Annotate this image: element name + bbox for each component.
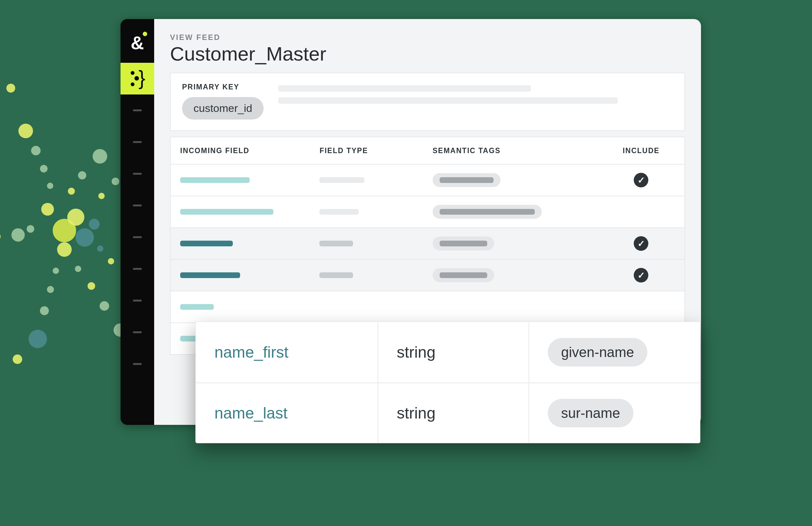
detail-row[interactable]: name_first string given-name bbox=[196, 322, 700, 382]
table-row[interactable] bbox=[171, 195, 684, 227]
tag-chip[interactable] bbox=[433, 236, 494, 250]
dash-icon bbox=[133, 205, 142, 206]
placeholder-line bbox=[278, 97, 618, 104]
branch-icon: } bbox=[130, 70, 145, 88]
primary-key-chip[interactable]: customer_id bbox=[182, 97, 264, 119]
semantic-tag-chip[interactable]: sur-name bbox=[548, 399, 634, 427]
include-check-icon[interactable]: ✓ bbox=[634, 236, 648, 251]
sidebar-item-placeholder[interactable] bbox=[120, 126, 154, 158]
detail-field-type: string bbox=[397, 404, 435, 422]
detail-field-name: name_first bbox=[214, 343, 288, 362]
dash-icon bbox=[133, 363, 142, 365]
table-row[interactable] bbox=[171, 291, 684, 322]
detail-row[interactable]: name_last string sur-name bbox=[196, 382, 700, 443]
sidebar-item-feeds[interactable]: } bbox=[120, 63, 154, 94]
dash-icon bbox=[133, 268, 142, 270]
dash-icon bbox=[133, 109, 142, 111]
field-detail-panel: name_first string given-name name_last s… bbox=[195, 321, 700, 443]
brand-logo-icon: & bbox=[120, 27, 154, 63]
col-incoming-field[interactable]: INCOMING FIELD bbox=[171, 137, 309, 164]
dash-icon bbox=[133, 141, 142, 143]
include-check-icon[interactable]: ✓ bbox=[634, 173, 648, 187]
sidebar: & } bbox=[120, 19, 154, 425]
page-eyebrow: VIEW FEED bbox=[170, 33, 685, 42]
sidebar-item-placeholder[interactable] bbox=[120, 348, 154, 380]
semantic-tag-chip[interactable]: given-name bbox=[548, 338, 647, 366]
placeholder-line bbox=[278, 85, 531, 92]
include-check-icon[interactable]: ✓ bbox=[634, 268, 648, 282]
detail-field-type: string bbox=[397, 343, 435, 362]
tag-chip[interactable] bbox=[433, 268, 494, 282]
sidebar-item-placeholder[interactable] bbox=[120, 285, 154, 317]
col-include[interactable]: INCLUDE bbox=[597, 137, 684, 164]
col-semantic-tags[interactable]: SEMANTIC TAGS bbox=[422, 137, 597, 164]
table-row[interactable]: ✓ bbox=[171, 164, 684, 195]
sidebar-item-placeholder[interactable] bbox=[120, 94, 154, 126]
dash-icon bbox=[133, 299, 142, 302]
dash-icon bbox=[133, 173, 142, 175]
col-field-type[interactable]: FIELD TYPE bbox=[309, 137, 422, 164]
table-row[interactable]: ✓ bbox=[171, 259, 684, 291]
dash-icon bbox=[133, 236, 142, 238]
primary-key-card: PRIMARY KEY customer_id bbox=[170, 73, 685, 131]
sidebar-item-placeholder[interactable] bbox=[120, 221, 154, 253]
sidebar-item-placeholder[interactable] bbox=[120, 158, 154, 190]
sidebar-item-placeholder[interactable] bbox=[120, 253, 154, 285]
decorative-spark bbox=[0, 51, 140, 368]
sidebar-item-placeholder[interactable] bbox=[120, 317, 154, 348]
detail-field-name: name_last bbox=[214, 404, 288, 422]
tag-chip[interactable] bbox=[433, 205, 542, 219]
primary-key-label: PRIMARY KEY bbox=[182, 83, 264, 91]
sidebar-item-placeholder[interactable] bbox=[120, 190, 154, 221]
tag-chip[interactable] bbox=[433, 173, 501, 187]
page-title: Customer_Master bbox=[170, 43, 685, 65]
table-row[interactable]: ✓ bbox=[171, 227, 684, 259]
dash-icon bbox=[133, 331, 142, 333]
